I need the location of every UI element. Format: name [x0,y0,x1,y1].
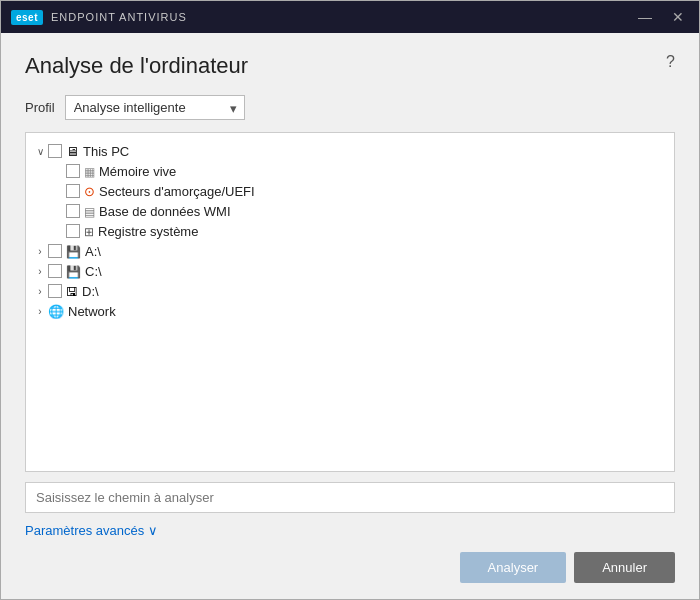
boot-icon [84,183,95,199]
tree-item-memoire[interactable]: Mémoire vive [32,161,668,181]
label-wmi: Base de données WMI [99,204,231,219]
page-header: Analyse de l'ordinateur ? [25,53,675,79]
drive-a-icon [66,243,81,259]
checkbox-wmi[interactable] [66,204,80,218]
pc-icon [66,143,79,159]
advanced-settings-link[interactable]: Paramètres avancés ∨ [25,523,675,538]
tree-item-drive-c[interactable]: › C:\ [32,261,668,281]
titlebar: eset ENDPOINT ANTIVIRUS — ✕ [1,1,699,33]
analyze-button[interactable]: Analyser [460,552,567,583]
minimize-button[interactable]: — [633,8,657,26]
profile-select[interactable]: Analyse intelligente [65,95,245,120]
label-network: Network [68,304,116,319]
help-button[interactable]: ? [666,53,675,71]
label-drive-a: A:\ [85,244,101,259]
cancel-button[interactable]: Annuler [574,552,675,583]
tree-item-drive-d[interactable]: › D:\ [32,281,668,301]
content-area: Analyse de l'ordinateur ? Profil Analyse… [1,33,699,599]
tree-item-network[interactable]: › Network [32,301,668,321]
tree-item-registry[interactable]: Registre système [32,221,668,241]
window-controls: — ✕ [633,8,689,26]
label-drive-c: C:\ [85,264,102,279]
db-icon [84,203,95,219]
checkbox-drive-d[interactable] [48,284,62,298]
tree-item-drive-a[interactable]: › A:\ [32,241,668,261]
label-registry: Registre système [98,224,198,239]
ram-icon [84,163,95,179]
advanced-settings-label: Paramètres avancés [25,523,144,538]
expand-icon-this-pc[interactable]: ∨ [32,146,48,157]
label-memoire: Mémoire vive [99,164,176,179]
main-window: eset ENDPOINT ANTIVIRUS — ✕ Analyse de l… [0,0,700,600]
page-title: Analyse de l'ordinateur [25,53,248,79]
tree-item-this-pc[interactable]: ∨ This PC [32,141,668,161]
reg-icon [84,223,94,239]
app-title: ENDPOINT ANTIVIRUS [51,11,633,23]
expand-icon-drive-d[interactable]: › [32,286,48,297]
tree-item-boot[interactable]: Secteurs d'amorçage/UEFI [32,181,668,201]
label-this-pc: This PC [83,144,129,159]
network-icon [48,303,64,319]
path-input[interactable] [25,482,675,513]
drive-c-icon [66,263,81,279]
expand-icon-network[interactable]: › [32,306,48,317]
checkbox-registry[interactable] [66,224,80,238]
profile-label: Profil [25,100,55,115]
expand-icon-drive-c[interactable]: › [32,266,48,277]
tree-item-wmi[interactable]: Base de données WMI [32,201,668,221]
checkbox-memoire[interactable] [66,164,80,178]
checkbox-drive-c[interactable] [48,264,62,278]
close-button[interactable]: ✕ [667,8,689,26]
checkbox-drive-a[interactable] [48,244,62,258]
label-drive-d: D:\ [82,284,99,299]
label-boot: Secteurs d'amorçage/UEFI [99,184,255,199]
checkbox-boot[interactable] [66,184,80,198]
drive-d-icon [66,283,78,299]
checkbox-this-pc[interactable] [48,144,62,158]
expand-icon-drive-a[interactable]: › [32,246,48,257]
profile-row: Profil Analyse intelligente [25,95,675,120]
advanced-chevron-icon: ∨ [148,523,158,538]
profile-select-wrapper: Analyse intelligente [65,95,245,120]
path-input-container [25,482,675,513]
file-tree: ∨ This PC Mémoire vive Secteurs d'amorça… [25,132,675,472]
bottom-buttons: Analyser Annuler [25,552,675,583]
app-logo: eset [11,10,43,25]
